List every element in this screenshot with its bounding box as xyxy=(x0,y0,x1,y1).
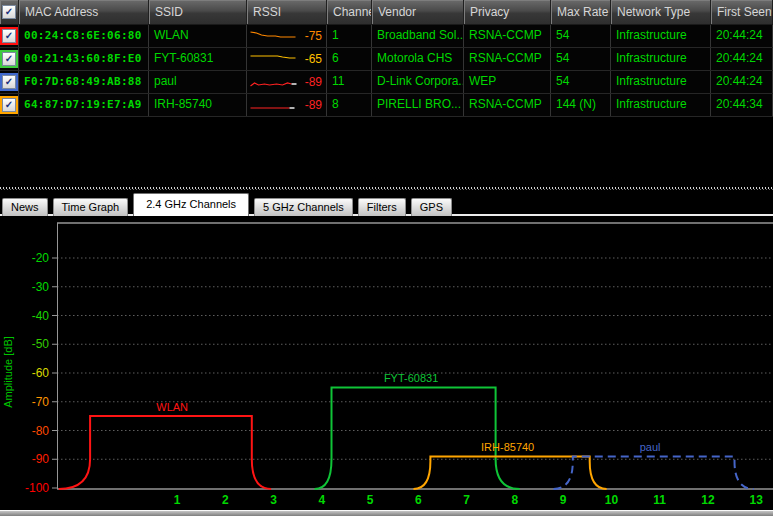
column-header-ssid[interactable]: SSID xyxy=(149,0,247,24)
cell-nettype: Infrastructure xyxy=(611,48,711,70)
cell-maxrate: 144 (N) xyxy=(551,94,611,116)
network-color-swatch: ✓ xyxy=(0,50,18,68)
network-checkbox[interactable]: ✓ xyxy=(2,98,16,112)
tab-time-graph[interactable]: Time Graph xyxy=(53,198,129,216)
y-tick-label: -70 xyxy=(32,395,50,409)
network-color-swatch: ✓ xyxy=(0,96,18,114)
curve-paul xyxy=(554,456,754,489)
channel-label: 7 xyxy=(463,493,470,507)
cell-privacy: RSNA-CCMP xyxy=(464,48,551,70)
cell-firstseen: 20:44:24 xyxy=(711,71,773,93)
network-color-swatch: ✓ xyxy=(0,27,18,45)
channel-label: 5 xyxy=(367,493,374,507)
tab-filters[interactable]: Filters xyxy=(358,198,406,216)
channel-label: 8 xyxy=(512,493,519,507)
wifi-scanner-window: ✓MAC AddressSSIDRSSIChannelVendorPrivacy… xyxy=(0,0,773,516)
column-header-privacy[interactable]: Privacy xyxy=(464,0,551,24)
network-color-cell: ✓ xyxy=(0,94,19,116)
cell-ssid: paul xyxy=(149,71,247,93)
select-all-checkbox[interactable]: ✓ xyxy=(2,5,16,19)
cell-maxrate: 54 xyxy=(551,25,611,47)
tab-gps[interactable]: GPS xyxy=(411,198,452,216)
column-header-mac[interactable]: MAC Address xyxy=(19,0,149,24)
cell-channel: 6 xyxy=(327,48,372,70)
cell-vendor: PIRELLI BRO... xyxy=(372,94,464,116)
cell-ssid: FYT-60831 xyxy=(149,48,247,70)
y-tick-label: -20 xyxy=(32,251,50,265)
tab-bar: NewsTime Graph2.4 GHz Channels5 GHz Chan… xyxy=(0,193,773,216)
channel-label: 3 xyxy=(270,493,277,507)
curve-label-wlan: WLAN xyxy=(156,401,188,413)
y-tick-label: -80 xyxy=(32,424,50,438)
table-row[interactable]: ✓00:21:43:60:8F:E0FYT-60831-656Motorola … xyxy=(0,48,773,71)
cell-channel: 11 xyxy=(327,71,372,93)
column-header-firstseen[interactable]: First Seen xyxy=(711,0,773,24)
curve-label-paul: paul xyxy=(640,441,661,453)
cell-ssid: WLAN xyxy=(149,25,247,47)
column-header-vendor[interactable]: Vendor xyxy=(372,0,464,24)
cell-mac: 64:87:D7:19:E7:A9 xyxy=(19,94,149,116)
channel-label: 2 xyxy=(222,493,229,507)
network-color-cell: ✓ xyxy=(0,25,19,47)
column-header-rssi[interactable]: RSSI xyxy=(247,0,327,24)
y-tick-label: -100 xyxy=(25,481,49,495)
column-header-maxrate[interactable]: Max Rate xyxy=(551,0,611,24)
y-axis-title: Amplitude [dB] xyxy=(2,336,14,408)
network-table: ✓MAC AddressSSIDRSSIChannelVendorPrivacy… xyxy=(0,0,773,117)
tab-5-ghz-channels[interactable]: 5 GHz Channels xyxy=(254,198,353,216)
y-tick-label: -60 xyxy=(32,366,50,380)
tab-2-4-ghz-channels[interactable]: 2.4 GHz Channels xyxy=(133,193,249,216)
cell-mac: F0:7D:68:49:AB:88 xyxy=(19,71,149,93)
splitter-dotted-handle[interactable] xyxy=(0,187,773,191)
curve-wlan xyxy=(59,416,271,489)
table-row[interactable]: ✓64:87:D7:19:E7:A9IRH-85740-898PIRELLI B… xyxy=(0,94,773,117)
network-checkbox[interactable]: ✓ xyxy=(2,29,16,43)
y-tick-label: -30 xyxy=(32,280,50,294)
cell-rssi: -89 xyxy=(247,94,327,116)
cell-ssid: IRH-85740 xyxy=(149,94,247,116)
y-tick-label: -40 xyxy=(32,309,50,323)
network-checkbox[interactable]: ✓ xyxy=(2,52,16,66)
cell-privacy: RSNA-CCMP xyxy=(464,25,551,47)
curve-label-irh-85740: IRH-85740 xyxy=(481,441,534,453)
cell-nettype: Infrastructure xyxy=(611,25,711,47)
y-tick-label: -90 xyxy=(32,452,50,466)
curve-irh-85740 xyxy=(414,456,607,489)
channel-label: 6 xyxy=(415,493,422,507)
table-body: ✓00:24:C8:6E:06:80WLAN-751Broadband Sol.… xyxy=(0,25,773,117)
rssi-sparkline xyxy=(249,28,298,44)
column-header-nettype[interactable]: Network Type xyxy=(611,0,711,24)
curve-label-fyt-60831: FYT-60831 xyxy=(384,372,438,384)
cell-nettype: Infrastructure xyxy=(611,94,711,116)
cell-maxrate: 54 xyxy=(551,71,611,93)
cell-mac: 00:21:43:60:8F:E0 xyxy=(19,48,149,70)
cell-vendor: D-Link Corpora... xyxy=(372,71,464,93)
rssi-value: -65 xyxy=(300,49,322,70)
rssi-sparkline xyxy=(249,74,298,90)
channel-label: 12 xyxy=(701,493,715,507)
channel-spectrum-chart: -20-30-40-50-60-70-80-90-100123456789101… xyxy=(0,222,773,510)
cell-firstseen: 20:44:24 xyxy=(711,25,773,47)
cell-nettype: Infrastructure xyxy=(611,71,711,93)
curve-fyt-60831 xyxy=(315,387,520,489)
column-header-channel[interactable]: Channel xyxy=(327,0,372,24)
cell-channel: 8 xyxy=(327,94,372,116)
rssi-value: -89 xyxy=(300,72,322,93)
table-row[interactable]: ✓00:24:C8:6E:06:80WLAN-751Broadband Sol.… xyxy=(0,25,773,48)
network-checkbox[interactable]: ✓ xyxy=(2,75,16,89)
tab-news[interactable]: News xyxy=(2,198,48,216)
cell-channel: 1 xyxy=(327,25,372,47)
network-color-swatch: ✓ xyxy=(0,73,18,91)
channel-label: 10 xyxy=(605,493,619,507)
column-header-check[interactable]: ✓ xyxy=(0,0,19,24)
network-color-cell: ✓ xyxy=(0,48,19,70)
rssi-sparkline xyxy=(249,97,298,113)
rssi-sparkline xyxy=(249,51,298,67)
cell-mac: 00:24:C8:6E:06:80 xyxy=(19,25,149,47)
table-header-row: ✓MAC AddressSSIDRSSIChannelVendorPrivacy… xyxy=(0,0,773,25)
cell-firstseen: 20:44:24 xyxy=(711,48,773,70)
cell-rssi: -89 xyxy=(247,71,327,93)
bottom-panel-edge xyxy=(0,510,773,516)
cell-maxrate: 54 xyxy=(551,48,611,70)
table-row[interactable]: ✓F0:7D:68:49:AB:88paul-8911D-Link Corpor… xyxy=(0,71,773,94)
